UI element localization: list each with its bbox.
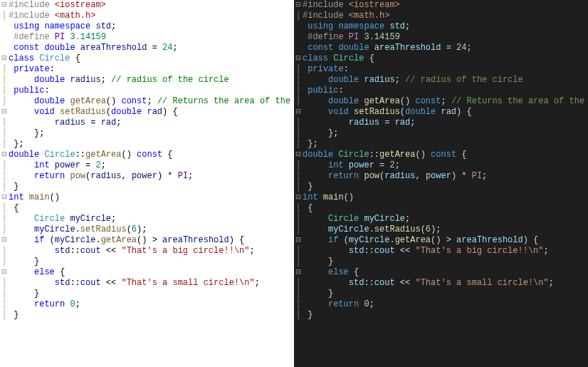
fold-minus-icon[interactable]: ⊟ [294, 192, 303, 203]
code-line[interactable]: │ myCircle.setRadius(6); [294, 224, 588, 235]
code-text[interactable]: #define PI 3.14159 [303, 32, 588, 43]
fold-minus-icon[interactable]: ⊟ [294, 150, 303, 160]
code-text[interactable]: radius = rad; [303, 118, 588, 128]
code-text[interactable]: } [9, 257, 294, 267]
fold-minus-icon[interactable]: ⊟ [294, 235, 303, 246]
code-text[interactable]: double radius; // radius of the circle [303, 75, 588, 86]
fold-minus-icon[interactable]: ⊟ [294, 0, 303, 11]
code-text[interactable]: }; [9, 139, 294, 150]
code-line[interactable]: │ return 0; [294, 299, 588, 310]
code-text[interactable]: std::cout << "That's a big circle!!\n"; [9, 246, 294, 257]
code-line[interactable]: ⊟int main() [294, 192, 588, 203]
code-line[interactable]: ⊟ else { [294, 267, 588, 278]
code-line[interactable]: │ } [0, 310, 294, 321]
code-line[interactable]: ⊟ else { [0, 267, 294, 278]
fold-minus-icon[interactable]: ⊟ [0, 150, 9, 160]
code-line[interactable]: │ private: [294, 64, 588, 75]
code-text[interactable]: myCircle.setRadius(6); [303, 224, 588, 235]
code-line[interactable]: │ } [294, 182, 588, 192]
code-line[interactable]: │ } [294, 310, 588, 321]
editor-pane-light[interactable]: ⊟#include <iostream>│#include <math.h> u… [0, 0, 294, 367]
code-text[interactable]: double Circle::getArea() const { [303, 150, 588, 160]
code-line[interactable]: │ private: [0, 64, 294, 75]
code-text[interactable]: } [9, 310, 294, 321]
code-text[interactable]: return 0; [9, 299, 294, 310]
code-text[interactable]: else { [9, 267, 294, 278]
code-line[interactable]: │ } [0, 289, 294, 299]
code-text[interactable]: }; [303, 139, 588, 150]
code-line[interactable]: │ int power = 2; [0, 160, 294, 171]
code-text[interactable]: #include <math.h> [303, 11, 588, 21]
code-line[interactable]: ⊟ void setRadius(double rad) { [0, 107, 294, 118]
code-line[interactable]: ⊟double Circle::getArea() const { [0, 150, 294, 160]
code-line[interactable]: │ }; [294, 139, 588, 150]
fold-minus-icon[interactable]: ⊟ [294, 53, 303, 64]
code-text[interactable]: const double areaThreshold = 24; [303, 43, 588, 53]
code-line[interactable]: │ double getArea() const; // Returns the… [294, 96, 588, 107]
fold-minus-icon[interactable]: ⊟ [294, 267, 303, 278]
code-line[interactable]: ⊟#include <iostream> [0, 0, 294, 11]
code-line[interactable]: │ std::cout << "That's a big circle!!\n"… [294, 246, 588, 257]
code-line[interactable]: │ { [0, 203, 294, 214]
code-text[interactable]: if (myCircle.getArea() > areaThreshold) … [9, 235, 294, 246]
code-line[interactable]: │ } [294, 257, 588, 267]
fold-minus-icon[interactable]: ⊟ [0, 192, 9, 203]
code-text[interactable]: double getArea() const; // Returns the a… [9, 96, 294, 107]
code-text[interactable]: myCircle.setRadius(6); [9, 224, 294, 235]
code-line[interactable]: │ { [294, 203, 588, 214]
code-line[interactable]: │ std::cout << "That's a small circle!\n… [294, 278, 588, 289]
code-text[interactable]: #define PI 3.14159 [9, 32, 294, 43]
code-text[interactable]: return 0; [303, 299, 588, 310]
code-text[interactable]: int main() [9, 192, 294, 203]
code-text[interactable]: { [303, 203, 588, 214]
code-text[interactable]: } [303, 289, 588, 299]
code-line[interactable]: ⊟class Circle { [0, 53, 294, 64]
code-text[interactable]: Circle myCircle; [303, 214, 588, 224]
code-line[interactable]: │ } [294, 289, 588, 299]
code-line[interactable]: │ Circle myCircle; [294, 214, 588, 224]
code-line[interactable]: #define PI 3.14159 [294, 32, 588, 43]
code-line[interactable]: │ } [0, 182, 294, 192]
code-text[interactable]: using namespace std; [9, 21, 294, 32]
code-text[interactable]: std::cout << "That's a small circle!\n"; [303, 278, 588, 289]
code-line[interactable]: │ radius = rad; [0, 118, 294, 128]
fold-minus-icon[interactable]: ⊟ [0, 0, 9, 11]
code-line[interactable]: ⊟ void setRadius(double rad) { [294, 107, 588, 118]
code-text[interactable]: return pow(radius, power) * PI; [9, 171, 294, 182]
code-text[interactable]: { [9, 203, 294, 214]
code-line[interactable]: │ return pow(radius, power) * PI; [0, 171, 294, 182]
code-text[interactable]: private: [9, 64, 294, 75]
code-text[interactable]: } [303, 257, 588, 267]
code-text[interactable]: std::cout << "That's a big circle!!\n"; [303, 246, 588, 257]
code-line[interactable]: │ std::cout << "That's a small circle!\n… [0, 278, 294, 289]
code-text[interactable]: } [9, 289, 294, 299]
code-text[interactable]: class Circle { [9, 53, 294, 64]
code-line[interactable]: │ } [0, 257, 294, 267]
code-text[interactable]: #include <iostream> [9, 0, 294, 11]
code-text[interactable]: void setRadius(double rad) { [9, 107, 294, 118]
code-line[interactable]: using namespace std; [0, 21, 294, 32]
code-text[interactable]: int power = 2; [303, 160, 588, 171]
code-line[interactable]: │ double radius; // radius of the circle [294, 75, 588, 86]
code-line[interactable]: using namespace std; [294, 21, 588, 32]
code-text[interactable]: const double areaThreshold = 24; [9, 43, 294, 53]
editor-pane-dark[interactable]: ⊟#include <iostream>│#include <math.h> u… [294, 0, 588, 367]
code-text[interactable]: }; [303, 128, 588, 139]
code-text[interactable]: #include <iostream> [303, 0, 588, 11]
code-line[interactable]: │ myCircle.setRadius(6); [0, 224, 294, 235]
code-text[interactable]: void setRadius(double rad) { [303, 107, 588, 118]
code-text[interactable]: public: [303, 86, 588, 96]
code-text[interactable]: Circle myCircle; [9, 214, 294, 224]
code-text[interactable]: double getArea() const; // Returns the a… [303, 96, 588, 107]
code-text[interactable]: radius = rad; [9, 118, 294, 128]
code-text[interactable]: }; [9, 128, 294, 139]
code-text[interactable]: std::cout << "That's a small circle!\n"; [9, 278, 294, 289]
code-line[interactable]: │ radius = rad; [294, 118, 588, 128]
code-line[interactable]: │#include <math.h> [294, 11, 588, 21]
code-text[interactable]: #include <math.h> [9, 11, 294, 21]
code-line[interactable]: const double areaThreshold = 24; [0, 43, 294, 53]
code-line[interactable]: │ std::cout << "That's a big circle!!\n"… [0, 246, 294, 257]
fold-minus-icon[interactable]: ⊟ [0, 107, 9, 118]
code-line[interactable]: │ double radius; // radius of the circle [0, 75, 294, 86]
code-line[interactable]: │ public: [294, 86, 588, 96]
